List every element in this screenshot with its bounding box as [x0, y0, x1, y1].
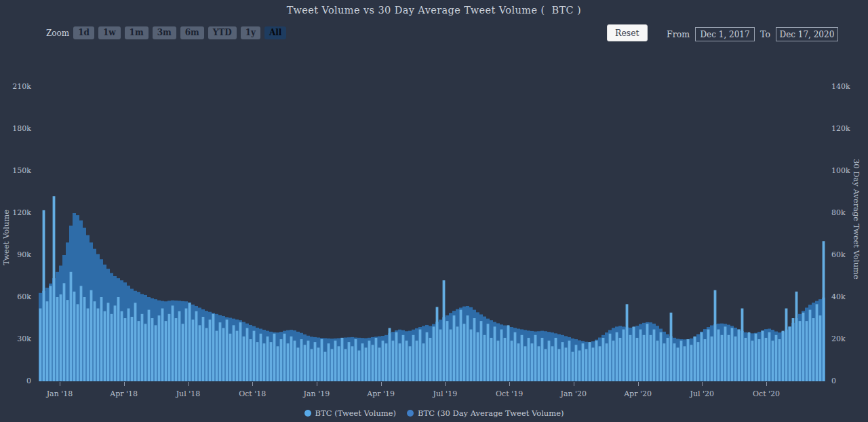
x-tick-mark	[317, 382, 317, 386]
y-tick-label-right: 40k	[831, 292, 863, 301]
x-tick-mark	[509, 382, 510, 386]
x-tick-mark	[124, 382, 125, 386]
x-tick-label: Oct '19	[488, 389, 531, 398]
x-tick-label: Jul '20	[680, 389, 724, 398]
x-tick-mark	[188, 382, 189, 386]
y-tick-label-left: 0	[0, 377, 31, 385]
chart-plot-area[interactable]	[0, 0, 868, 422]
x-tick-mark	[60, 382, 60, 386]
y-tick-label-left: 150k	[0, 166, 31, 175]
legend-label: BTC (Tweet Volume)	[315, 408, 397, 418]
y-tick-label-left: 60k	[0, 292, 31, 301]
x-tick-label: Jan '19	[295, 389, 338, 398]
legend-item[interactable]: BTC (30 Day Average Tweet Volume)	[407, 408, 564, 418]
legend-marker-icon	[407, 410, 414, 417]
x-tick-label: Oct '20	[745, 389, 788, 398]
chart-legend: BTC (Tweet Volume)BTC (30 Day Average Tw…	[0, 408, 868, 418]
y-axis-left-title: Tweet Volume	[1, 182, 11, 293]
x-tick-mark	[702, 382, 703, 386]
x-tick-mark	[252, 382, 253, 386]
x-tick-mark	[445, 382, 446, 386]
x-tick-mark	[638, 382, 639, 386]
x-tick-mark	[381, 382, 382, 386]
y-tick-label-right: 140k	[831, 82, 863, 91]
y-axis-right-title: 30 Day Average Tweet Volume	[852, 156, 861, 282]
y-tick-label-left: 30k	[0, 334, 31, 343]
legend-item[interactable]: BTC (Tweet Volume)	[304, 408, 397, 418]
x-tick-label: Jul '19	[423, 389, 467, 398]
y-tick-label-left: 180k	[0, 124, 31, 133]
y-tick-label-right: 20k	[831, 334, 863, 343]
legend-label: BTC (30 Day Average Tweet Volume)	[418, 408, 564, 418]
y-tick-label-right: 0	[831, 377, 863, 385]
x-tick-label: Jan '18	[38, 389, 81, 398]
x-tick-label: Jan '20	[552, 389, 595, 398]
y-tick-label-left: 210k	[0, 82, 31, 91]
x-tick-label: Apr '19	[359, 389, 403, 398]
x-tick-label: Apr '18	[102, 389, 146, 398]
x-tick-label: Jul '18	[166, 389, 210, 398]
x-tick-mark	[574, 382, 574, 386]
y-tick-label-right: 120k	[831, 124, 863, 133]
x-tick-mark	[766, 382, 767, 386]
x-tick-label: Oct '18	[231, 389, 274, 398]
legend-marker-icon	[304, 410, 311, 417]
x-tick-label: Apr '20	[616, 389, 660, 398]
